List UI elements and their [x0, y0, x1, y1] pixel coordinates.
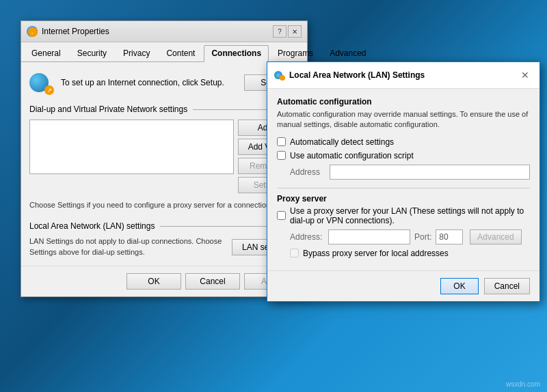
ok-button[interactable]: OK [126, 273, 181, 290]
close-button[interactable]: ✕ [288, 25, 302, 38]
dialup-label: Dial-up and Virtual Private Network sett… [29, 104, 187, 114]
advanced-button[interactable]: Advanced [470, 229, 521, 244]
proxy-divider [277, 188, 530, 188]
vpn-list-box[interactable] [29, 120, 234, 174]
tab-programs[interactable]: Programs [270, 45, 321, 61]
tab-security[interactable]: Security [70, 45, 114, 61]
script-address-input[interactable] [330, 165, 530, 180]
tabs-bar: General Security Privacy Content Connect… [21, 42, 307, 62]
lan-icon [274, 70, 285, 81]
watermark: wsxdn.com [506, 380, 540, 388]
lan-body: Automatic configuration Automatic config… [267, 89, 539, 270]
bypass-row: Bypass proxy server for local addresses [290, 249, 530, 258]
lan-cancel-button[interactable]: Cancel [484, 278, 530, 294]
lan-footer: OK Cancel [267, 270, 539, 301]
internet-props-dialog: ↗ Internet Properties ? ✕ General Securi… [21, 20, 308, 297]
tab-general[interactable]: General [24, 45, 68, 61]
bypass-label: Bypass proxy server for local addresses [303, 249, 449, 258]
lan-text: LAN Settings do not apply to dial-up con… [29, 236, 225, 257]
lan-section-header: Local Area Network (LAN) settings [29, 221, 299, 231]
port-input[interactable] [436, 229, 463, 244]
port-label: Port: [414, 232, 431, 242]
address-label: Address [290, 167, 324, 177]
help-button[interactable]: ? [273, 25, 286, 38]
setup-text: To set up an Internet connection, click … [61, 77, 237, 89]
title-left: ↗ Internet Properties [27, 26, 109, 37]
titlebar-controls: ? ✕ [273, 25, 302, 38]
tab-privacy[interactable]: Privacy [116, 45, 157, 61]
dialup-section-header: Dial-up and Virtual Private Network sett… [29, 104, 299, 114]
auto-script-row: Use automatic configuration script [277, 151, 530, 160]
tab-connections[interactable]: Connections [204, 45, 269, 62]
lan-ok-button[interactable]: OK [440, 278, 478, 294]
internet-props-titlebar: ↗ Internet Properties ? ✕ [21, 21, 307, 42]
cancel-button[interactable]: Cancel [185, 273, 240, 290]
proxy-addr-row: Address: Port: Advanced [290, 229, 530, 244]
lan-row: LAN Settings do not apply to dial-up con… [29, 236, 299, 257]
proxy-section-title: Proxy server [277, 194, 530, 204]
lan-settings-dialog: Local Area Network (LAN) Settings ✕ Auto… [267, 61, 540, 302]
lan-title-left: Local Area Network (LAN) Settings [274, 70, 425, 81]
auto-script-checkbox[interactable] [277, 151, 286, 160]
dialog-body: ↗ To set up an Internet connection, clic… [21, 62, 307, 266]
auto-config-desc: Automatic configuration may override man… [277, 109, 530, 130]
proxy-address-input[interactable] [328, 229, 410, 244]
lan-section-label: Local Area Network (LAN) settings [29, 221, 155, 231]
lan-close-button[interactable]: ✕ [518, 68, 533, 83]
proxy-check-label: Use a proxy server for your LAN (These s… [290, 206, 530, 225]
proxy-check-row: Use a proxy server for your LAN (These s… [277, 206, 530, 225]
globe-icon: ↗ [29, 70, 54, 95]
bypass-checkbox[interactable] [290, 249, 299, 257]
tab-content[interactable]: Content [159, 45, 202, 61]
auto-script-label: Use automatic configuration script [290, 151, 414, 160]
globe-arrow-icon: ↗ [44, 85, 54, 95]
auto-detect-label: Automatically detect settings [290, 137, 394, 147]
auto-config-title: Automatic configuration [277, 97, 530, 107]
proxy-checkbox[interactable] [277, 211, 286, 220]
vpn-list-area: Add... Add VPN... Remove... Settings [29, 120, 299, 193]
auto-detect-checkbox[interactable] [277, 137, 286, 146]
lan-titlebar: Local Area Network (LAN) Settings ✕ [267, 62, 539, 89]
arrow-icon: ↗ [28, 27, 38, 37]
script-address-row: Address [290, 165, 530, 180]
tab-advanced[interactable]: Advanced [322, 45, 373, 61]
internet-props-title: Internet Properties [42, 27, 109, 36]
lan-dialog-title: Local Area Network (LAN) Settings [289, 70, 425, 80]
auto-detect-row: Automatically detect settings [277, 137, 530, 147]
internet-options-icon: ↗ [27, 26, 38, 37]
setup-row: ↗ To set up an Internet connection, clic… [29, 70, 299, 95]
proxy-addr-label: Address: [290, 232, 324, 242]
internet-props-footer: OK Cancel Apply [21, 266, 307, 296]
proxy-help-text: Choose Settings if you need to configure… [29, 200, 299, 210]
